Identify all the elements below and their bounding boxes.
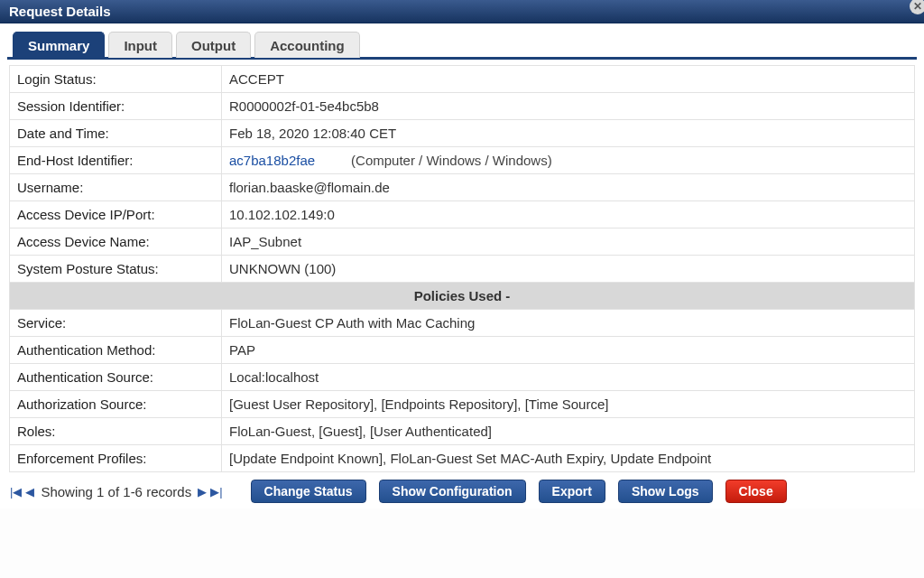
- pager-prev-icon[interactable]: ◀: [24, 485, 35, 499]
- policy-row: Service:FloLan-Guest CP Auth with Mac Ca…: [10, 310, 915, 337]
- request-details-dialog: Request Details ✕ Summary Input Output A…: [0, 0, 924, 508]
- tab-label: Output: [191, 38, 236, 53]
- policy-row: Authentication Method:PAP: [10, 337, 915, 364]
- export-button[interactable]: Export: [539, 480, 605, 503]
- tab-label: Accounting: [270, 38, 345, 53]
- show-logs-button[interactable]: Show Logs: [618, 480, 713, 503]
- policy-value: PAP: [222, 337, 915, 364]
- policy-row: Enforcement Profiles:[Update Endpoint Kn…: [10, 445, 915, 472]
- summary-row: Date and Time:Feb 18, 2020 12:08:40 CET: [10, 120, 915, 147]
- pager-first-icon[interactable]: |◀: [9, 485, 23, 499]
- pager-last-icon[interactable]: ▶|: [209, 485, 223, 499]
- policy-label: Roles:: [10, 418, 222, 445]
- summary-label: System Posture Status:: [10, 256, 222, 283]
- summary-row: Session Identifier:R0000002f-01-5e4bc5b8: [10, 93, 915, 120]
- policies-header-row: Policies Used -: [10, 283, 915, 310]
- summary-row: Access Device Name:IAP_Subnet: [10, 228, 915, 256]
- summary-row: Access Device IP/Port:10.102.102.149:0: [10, 201, 915, 228]
- pager-next-icon[interactable]: ▶: [197, 485, 208, 499]
- policy-label: Authentication Method:: [10, 337, 222, 364]
- close-button[interactable]: Close: [725, 480, 787, 503]
- policy-row: Authentication Source:Local:localhost: [10, 364, 915, 391]
- policy-value: FloLan-Guest CP Auth with Mac Caching: [222, 310, 915, 337]
- summary-label: Access Device IP/Port:: [10, 201, 222, 228]
- summary-row: End-Host Identifier:ac7ba18b2fae(Compute…: [10, 147, 915, 174]
- policy-label: Authentication Source:: [10, 364, 222, 391]
- policies-header: Policies Used -: [10, 283, 915, 310]
- footer-buttons: Change Status Show Configuration Export …: [251, 480, 787, 503]
- policy-label: Authorization Source:: [10, 391, 222, 418]
- tab-label: Input: [124, 38, 157, 53]
- policy-value: [Guest User Repository], [Endpoints Repo…: [222, 391, 915, 418]
- summary-label: Username:: [10, 174, 222, 201]
- summary-value: ac7ba18b2fae(Computer / Windows / Window…: [222, 147, 915, 174]
- policy-value: FloLan-Guest, [Guest], [User Authenticat…: [222, 418, 915, 445]
- end-host-link[interactable]: ac7ba18b2fae: [229, 153, 315, 168]
- details-table: Login Status:ACCEPTSession Identifier:R0…: [9, 65, 915, 472]
- summary-row: Login Status:ACCEPT: [10, 66, 915, 93]
- pager: |◀ ◀ Showing 1 of 1-6 records ▶ ▶|: [9, 484, 224, 499]
- summary-label: Login Status:: [10, 66, 222, 93]
- content-area: Login Status:ACCEPTSession Identifier:R0…: [0, 65, 924, 476]
- dialog-title: Request Details: [9, 4, 111, 19]
- policy-value: [Update Endpoint Known], FloLan-Guest Se…: [222, 445, 915, 472]
- tab-accounting[interactable]: Accounting: [254, 32, 360, 58]
- policy-row: Roles:FloLan-Guest, [Guest], [User Authe…: [10, 418, 915, 445]
- summary-label: Session Identifier:: [10, 93, 222, 120]
- summary-label: Access Device Name:: [10, 228, 222, 256]
- end-host-note: (Computer / Windows / Windows): [351, 153, 552, 168]
- tab-summary[interactable]: Summary: [13, 32, 105, 58]
- policy-label: Enforcement Profiles:: [10, 445, 222, 472]
- summary-value: florian.baaske@flomain.de: [222, 174, 915, 201]
- summary-value: ACCEPT: [222, 66, 915, 93]
- tabstrip-wrap: Summary Input Output Accounting: [0, 23, 924, 60]
- summary-value: UNKNOWN (100): [222, 256, 915, 283]
- tab-output[interactable]: Output: [176, 32, 251, 58]
- dialog-footer: |◀ ◀ Showing 1 of 1-6 records ▶ ▶| Chang…: [0, 476, 924, 508]
- close-icon[interactable]: ✕: [910, 0, 924, 14]
- policy-value: Local:localhost: [222, 364, 915, 391]
- pager-text: Showing 1 of 1-6 records: [37, 484, 195, 499]
- tab-input[interactable]: Input: [108, 32, 172, 58]
- policy-row: Authorization Source:[Guest User Reposit…: [10, 391, 915, 418]
- tab-label: Summary: [28, 38, 89, 53]
- policy-label: Service:: [10, 310, 222, 337]
- summary-row: System Posture Status:UNKNOWN (100): [10, 256, 915, 283]
- summary-row: Username:florian.baaske@flomain.de: [10, 174, 915, 201]
- summary-value: 10.102.102.149:0: [222, 201, 915, 228]
- summary-value: R0000002f-01-5e4bc5b8: [222, 93, 915, 120]
- show-configuration-button[interactable]: Show Configuration: [379, 480, 526, 503]
- change-status-button[interactable]: Change Status: [251, 480, 366, 503]
- tabstrip: Summary Input Output Accounting: [7, 31, 917, 60]
- summary-label: End-Host Identifier:: [10, 147, 222, 174]
- dialog-titlebar: Request Details ✕: [0, 0, 924, 23]
- summary-value: Feb 18, 2020 12:08:40 CET: [222, 120, 915, 147]
- summary-label: Date and Time:: [10, 120, 222, 147]
- summary-value: IAP_Subnet: [222, 228, 915, 256]
